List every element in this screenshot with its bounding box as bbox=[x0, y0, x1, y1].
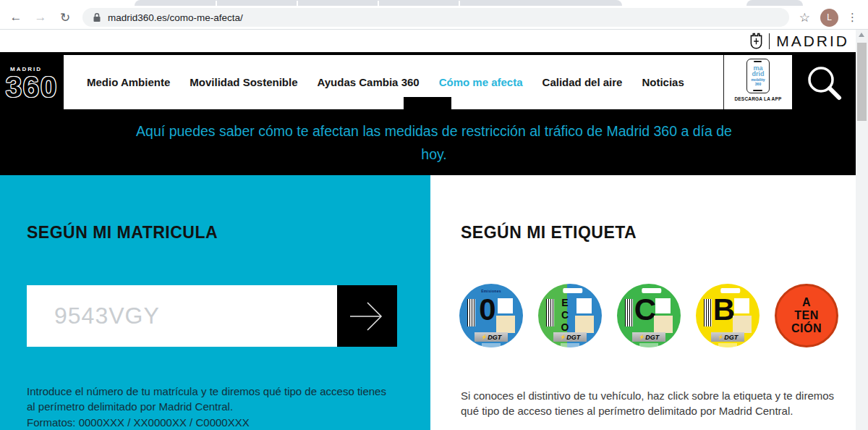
madrid-crest-icon bbox=[749, 33, 763, 49]
tab-separator bbox=[459, 1, 460, 6]
plate-input[interactable] bbox=[27, 285, 337, 347]
nav-como-me-afecta[interactable]: Cómo me afecta bbox=[439, 76, 523, 88]
tab-strip[interactable] bbox=[0, 0, 868, 6]
nav-movilidad-sostenible[interactable]: Movilidad Sostenible bbox=[190, 76, 297, 88]
dgt-logo: DGT bbox=[632, 332, 665, 342]
badge-white-square bbox=[576, 298, 592, 313]
bookmark-star-icon[interactable]: ☆ bbox=[799, 10, 810, 25]
badges-row: Emisiones 0 DGT ECO DGT bbox=[459, 284, 838, 347]
nav-noticias[interactable]: Noticias bbox=[642, 76, 684, 88]
etiqueta-title: SEGÚN MI ETIQUETA bbox=[461, 223, 637, 243]
barcode-icon bbox=[625, 299, 633, 326]
badge-white-square bbox=[655, 298, 671, 313]
phone-sub-1: mobility bbox=[751, 78, 765, 82]
site-header: MADRID 360 Medio Ambiente Movilidad Sost… bbox=[0, 52, 868, 175]
plate-form bbox=[27, 285, 397, 347]
barcode-icon bbox=[546, 299, 554, 326]
dgt-logo: DGT bbox=[475, 332, 508, 342]
phone-app-icon: ma drid mobility 360 bbox=[746, 59, 770, 93]
city-brand-name: MADRID bbox=[776, 33, 849, 50]
browser-toolbar: ← → ↻ madrid360.es/como-me-afecta/ ☆ L ⋮ bbox=[0, 6, 868, 30]
browser-menu-icon[interactable]: ⋮ bbox=[847, 11, 858, 24]
badge-white-square bbox=[734, 298, 749, 313]
badge-eco[interactable]: ECO DGT bbox=[538, 284, 602, 347]
badge-letter: ECO bbox=[560, 297, 570, 333]
city-brand-bar: MADRID bbox=[0, 30, 868, 52]
etiqueta-panel: SEGÚN MI ETIQUETA Emisiones 0 DGT ECO bbox=[430, 175, 856, 430]
badge-atencion[interactable]: A TEN CIÓN bbox=[775, 284, 838, 347]
main-content: SEGÚN MI MATRICULA Introduce el número d… bbox=[0, 175, 868, 430]
inactive-tab[interactable] bbox=[746, 0, 803, 6]
plate-submit-button[interactable] bbox=[337, 285, 397, 347]
dgt-logo: DGT bbox=[711, 332, 744, 342]
profile-avatar[interactable]: L bbox=[820, 9, 838, 27]
badge-slot bbox=[563, 288, 582, 293]
tab-separator bbox=[216, 1, 217, 6]
phone-word-2: drid bbox=[752, 72, 765, 77]
barcode-icon bbox=[467, 299, 475, 326]
browser-window: ← → ↻ madrid360.es/como-me-afecta/ ☆ L ⋮… bbox=[0, 0, 868, 430]
madrid360-logo[interactable]: MADRID 360 bbox=[0, 52, 64, 114]
page-scrollbar[interactable] bbox=[856, 30, 868, 430]
logo-360: 360 bbox=[6, 73, 59, 101]
badge-b[interactable]: B DGT bbox=[696, 284, 760, 347]
badge-white-square bbox=[498, 298, 513, 313]
tab-separator bbox=[378, 1, 379, 6]
download-app-label: DESCARGA LA APP bbox=[734, 96, 781, 101]
hero-title-fragment bbox=[404, 97, 451, 119]
badge-letter: A TEN CIÓN bbox=[791, 296, 822, 335]
phone-sub-2: 360 bbox=[755, 83, 761, 86]
badge-c[interactable]: C DGT bbox=[617, 284, 681, 347]
dgt-logo: DGT bbox=[553, 332, 587, 342]
address-bar[interactable]: madrid360.es/como-me-afecta/ bbox=[82, 8, 789, 27]
badge-cero-emisiones[interactable]: Emisiones 0 DGT bbox=[459, 284, 523, 347]
tab-separator bbox=[297, 1, 298, 6]
matricula-description: Introduce el número de tu matrícula y te… bbox=[27, 384, 388, 430]
badge-cream-square bbox=[654, 316, 673, 333]
matricula-panel: SEGÚN MI MATRICULA Introduce el número d… bbox=[0, 175, 430, 430]
search-icon bbox=[804, 62, 844, 103]
scrollbar-thumb[interactable] bbox=[857, 43, 867, 121]
download-app-button[interactable]: ma drid mobility 360 DESCARGA LA APP bbox=[723, 55, 792, 109]
nav-calidad-del-aire[interactable]: Calidad del aire bbox=[542, 76, 623, 88]
arrow-right-icon bbox=[349, 300, 386, 332]
badge-cream-square bbox=[496, 316, 515, 333]
main-nav: Medio Ambiente Movilidad Sostenible Ayud… bbox=[64, 55, 723, 109]
lock-icon bbox=[93, 12, 101, 22]
brand-divider bbox=[769, 33, 770, 49]
forward-icon[interactable]: → bbox=[32, 9, 49, 26]
matricula-title: SEGÚN MI MATRICULA bbox=[27, 223, 218, 243]
url-text[interactable]: madrid360.es/como-me-afecta/ bbox=[108, 12, 243, 23]
nav-medio-ambiente[interactable]: Medio Ambiente bbox=[87, 76, 170, 88]
reload-icon[interactable]: ↻ bbox=[56, 9, 74, 26]
scroll-up-arrow-icon[interactable] bbox=[859, 33, 864, 37]
badge-cream-square bbox=[733, 316, 752, 333]
nav-ayudas-cambia-360[interactable]: Ayudas Cambia 360 bbox=[317, 76, 419, 88]
etiqueta-description: Si conoces el distintivo de tu vehículo,… bbox=[461, 388, 844, 419]
search-button[interactable] bbox=[792, 55, 856, 109]
barcode-icon bbox=[704, 299, 712, 326]
matricula-description-text: Introduce el número de tu matrícula y te… bbox=[27, 384, 388, 415]
badge-cream-square bbox=[575, 316, 594, 333]
back-icon[interactable]: ← bbox=[7, 9, 25, 26]
hero-subtitle: Aquí puedes saber cómo te afectan las me… bbox=[134, 119, 734, 166]
matricula-formats: Formatos: 0000XXX / XX0000XX / C0000XXX bbox=[27, 415, 388, 430]
